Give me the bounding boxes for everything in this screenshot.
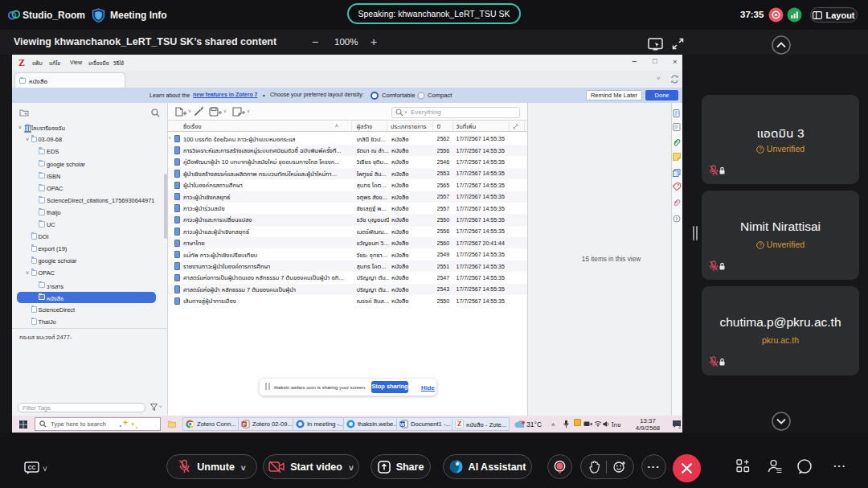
- svg-text:?: ?: [759, 146, 762, 152]
- svg-text:W: W: [400, 422, 405, 427]
- svg-text:3: 3: [678, 424, 681, 429]
- svg-text:CC: CC: [28, 465, 36, 470]
- svg-text:Z: Z: [457, 420, 461, 428]
- svg-text:?: ?: [759, 242, 762, 248]
- svg-text:P: P: [243, 422, 246, 427]
